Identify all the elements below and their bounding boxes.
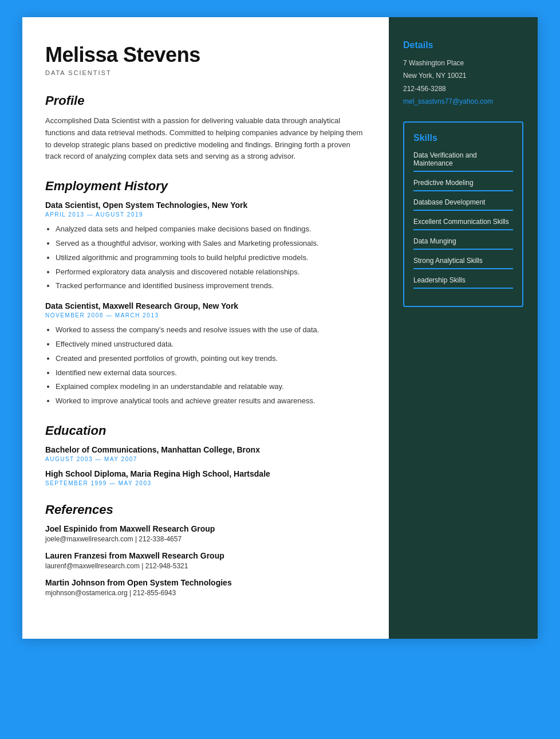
job-entry-1: Data Scientist, Open System Technologies… bbox=[45, 201, 366, 292]
skill-bar-3 bbox=[413, 210, 513, 211]
left-column: Melissa Stevens DATA SCIENTIST Profile A… bbox=[22, 17, 389, 639]
resume-container: Melissa Stevens DATA SCIENTIST Profile A… bbox=[22, 17, 538, 639]
job-title-2: Data Scientist, Maxwell Research Group, … bbox=[45, 301, 366, 310]
email[interactable]: mel_ssastvns77@yahoo.com bbox=[403, 96, 523, 107]
email-link[interactable]: mel_ssastvns77@yahoo.com bbox=[403, 97, 493, 105]
header-section: Melissa Stevens DATA SCIENTIST bbox=[45, 43, 366, 76]
skill-bar-7 bbox=[413, 288, 513, 289]
skill-bar-4 bbox=[413, 229, 513, 230]
profile-section: Profile Accomplished Data Scientist with… bbox=[45, 93, 366, 163]
skill-name-3: Database Development bbox=[413, 198, 513, 206]
skill-name-4: Excellent Communication Skills bbox=[413, 218, 513, 226]
details-heading: Details bbox=[403, 40, 523, 50]
ref-contact-3: mjohnson@ostamerica.org | 212-855-6943 bbox=[45, 589, 366, 597]
skills-heading: Skills bbox=[413, 133, 513, 143]
ref-name-3: Martin Johnson from Open System Technolo… bbox=[45, 578, 366, 587]
bullet-item: Served as a thoughtful advisor, working … bbox=[56, 238, 366, 250]
skill-name-7: Leadership Skills bbox=[413, 276, 513, 284]
skill-name-1: Data Verification and Maintenance bbox=[413, 151, 513, 167]
bullet-item: Created and presented portfolios of grow… bbox=[56, 353, 366, 365]
skill-bar-5 bbox=[413, 249, 513, 250]
edu-dates-1: AUGUST 2003 — MAY 2007 bbox=[45, 456, 366, 462]
skill-item-7: Leadership Skills bbox=[413, 276, 513, 289]
bullet-item: Tracked performance and identified busin… bbox=[56, 280, 366, 292]
job-bullets-2: Worked to assess the company's needs and… bbox=[45, 324, 366, 407]
edu-entry-1: Bachelor of Communications, Manhattan Co… bbox=[45, 445, 366, 462]
bullet-item: Explained complex modeling in an underst… bbox=[56, 381, 366, 393]
skill-item-1: Data Verification and Maintenance bbox=[413, 151, 513, 172]
phone: 212-456-3288 bbox=[403, 83, 523, 95]
skill-item-2: Predictive Modeling bbox=[413, 179, 513, 191]
edu-degree-2: High School Diploma, Maria Regina High S… bbox=[45, 469, 366, 478]
bullet-item: Performed exploratory data analysis and … bbox=[56, 266, 366, 278]
bullet-item: Worked to improve analytical tools and a… bbox=[56, 395, 366, 407]
address-line1: 7 Washington Place bbox=[403, 57, 523, 69]
bullet-item: Effectively mined unstructured data. bbox=[56, 339, 366, 351]
job-entry-2: Data Scientist, Maxwell Research Group, … bbox=[45, 301, 366, 407]
education-heading: Education bbox=[45, 423, 366, 438]
skill-bar-1 bbox=[413, 171, 513, 172]
skill-item-4: Excellent Communication Skills bbox=[413, 218, 513, 230]
education-section: Education Bachelor of Communications, Ma… bbox=[45, 423, 366, 486]
ref-name-1: Joel Espinido from Maxwell Research Grou… bbox=[45, 524, 366, 533]
bullet-item: Utilized algorithmic and programming too… bbox=[56, 252, 366, 264]
details-block: Details 7 Washington Place New York, NY … bbox=[403, 40, 523, 108]
skill-bar-2 bbox=[413, 190, 513, 191]
ref-entry-2: Lauren Franzesi from Maxwell Research Gr… bbox=[45, 551, 366, 570]
skill-name-5: Data Munging bbox=[413, 237, 513, 245]
job-dates-2: NOVEMBER 2008 — MARCH 2013 bbox=[45, 312, 366, 319]
skill-item-3: Database Development bbox=[413, 198, 513, 211]
ref-entry-3: Martin Johnson from Open System Technolo… bbox=[45, 578, 366, 597]
skill-bar-6 bbox=[413, 268, 513, 269]
references-heading: References bbox=[45, 502, 366, 517]
candidate-name: Melissa Stevens bbox=[45, 43, 366, 67]
skill-name-2: Predictive Modeling bbox=[413, 179, 513, 187]
ref-contact-2: laurenf@maxwellresearch.com | 212-948-53… bbox=[45, 562, 366, 570]
references-section: References Joel Espinido from Maxwell Re… bbox=[45, 502, 366, 597]
edu-dates-2: SEPTEMBER 1999 — MAY 2003 bbox=[45, 480, 366, 486]
job-title-1: Data Scientist, Open System Technologies… bbox=[45, 201, 366, 210]
right-column: Details 7 Washington Place New York, NY … bbox=[389, 17, 538, 639]
address-line2: New York, NY 10021 bbox=[403, 70, 523, 81]
job-dates-1: APRIL 2013 — AUGUST 2019 bbox=[45, 211, 366, 218]
bullet-item: Identified new external data sources. bbox=[56, 367, 366, 379]
employment-section: Employment History Data Scientist, Open … bbox=[45, 179, 366, 407]
edu-entry-2: High School Diploma, Maria Regina High S… bbox=[45, 469, 366, 486]
bullet-item: Analyzed data sets and helped companies … bbox=[56, 223, 366, 235]
job-bullets-1: Analyzed data sets and helped companies … bbox=[45, 223, 366, 292]
ref-contact-1: joele@maxwellresearch.com | 212-338-4657 bbox=[45, 535, 366, 543]
profile-text: Accomplished Data Scientist with a passi… bbox=[45, 115, 366, 163]
ref-name-2: Lauren Franzesi from Maxwell Research Gr… bbox=[45, 551, 366, 560]
skill-item-5: Data Munging bbox=[413, 237, 513, 250]
skill-name-6: Strong Analytical Skills bbox=[413, 257, 513, 265]
profile-heading: Profile bbox=[45, 93, 366, 108]
candidate-title: DATA SCIENTIST bbox=[45, 69, 366, 76]
bullet-item: Worked to assess the company's needs and… bbox=[56, 324, 366, 336]
employment-heading: Employment History bbox=[45, 179, 366, 194]
skill-item-6: Strong Analytical Skills bbox=[413, 257, 513, 269]
skills-box: Skills Data Verification and Maintenance… bbox=[403, 121, 523, 307]
ref-entry-1: Joel Espinido from Maxwell Research Grou… bbox=[45, 524, 366, 543]
edu-degree-1: Bachelor of Communications, Manhattan Co… bbox=[45, 445, 366, 454]
